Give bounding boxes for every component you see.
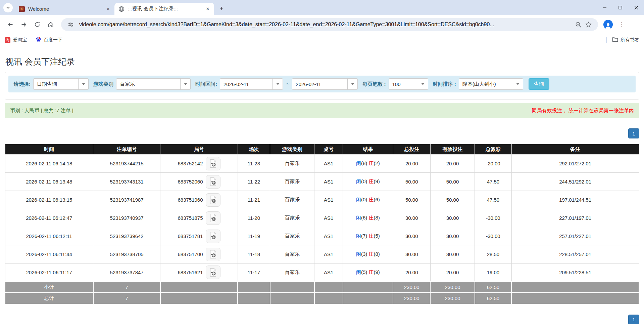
maximize-button[interactable]	[612, 0, 628, 15]
cell-result: 闲(5) 庄(9)	[343, 264, 393, 282]
new-tab-button[interactable]: +	[217, 4, 226, 13]
filter-bar: 请选择: 日期查询 游戏类别 百家乐 时间区间: 2026-02-11 ~ 20…	[8, 76, 636, 92]
bookmark-taobao[interactable]: 淘 爱淘宝	[5, 37, 27, 43]
chevron-down-icon[interactable]	[347, 79, 357, 89]
back-button[interactable]	[5, 19, 16, 30]
chevron-down-icon[interactable]	[418, 79, 428, 89]
total-row-cell-3	[238, 293, 270, 304]
chevron-down-icon[interactable]	[180, 79, 190, 89]
cell-table-no: AS1	[314, 173, 343, 191]
profile-avatar[interactable]	[603, 20, 613, 29]
reload-button[interactable]	[32, 19, 43, 30]
all-bookmarks[interactable]: 所有书签	[606, 37, 639, 43]
column-header: 时间	[5, 144, 93, 155]
per-page-select[interactable]: 100	[389, 78, 428, 90]
table-row: 2026-02-11 06:11:44523193738705683751700…	[5, 245, 639, 264]
chevron-down-icon[interactable]	[78, 79, 88, 89]
column-header: 桌号	[314, 144, 343, 155]
banker-result: 庄	[368, 160, 374, 166]
column-header: 局号	[160, 144, 238, 155]
banker-result: 庄	[368, 269, 374, 275]
video-replay-button[interactable]	[206, 230, 220, 243]
chevron-down-icon[interactable]	[273, 79, 283, 89]
round-number: 683751960	[178, 197, 203, 203]
forward-icon	[20, 21, 27, 28]
video-replay-button[interactable]	[206, 248, 220, 261]
bookmark-star-icon[interactable]	[583, 19, 593, 30]
query-type-select[interactable]: 日期查询	[33, 78, 89, 90]
valid-bet-notice: 同局有效投注， 统一计算在该局第一张注单内	[532, 108, 634, 114]
column-header: 游戏类别	[270, 144, 314, 155]
cell-game-kind: 百家乐	[270, 245, 314, 264]
home-button[interactable]	[45, 19, 56, 30]
player-result: 闲	[356, 269, 361, 275]
tab-title: Welcome	[28, 6, 105, 12]
table-row: 2026-02-11 06:11:17523193737847683751621…	[5, 264, 639, 282]
search-button[interactable]: 查询	[529, 78, 549, 90]
close-icon[interactable]: ✕	[105, 6, 111, 12]
tab-search-button[interactable]	[3, 3, 13, 12]
player-result: 闲	[356, 251, 361, 257]
person-icon	[604, 22, 612, 29]
chevron-down-icon	[6, 6, 10, 9]
cell-bet-id: 523193740937	[93, 209, 160, 227]
video-replay-button[interactable]	[206, 193, 220, 207]
zoom-out-icon[interactable]	[573, 19, 583, 30]
subtotal-row-cell-4	[270, 282, 314, 293]
cell-remark: 292.01/272.01	[511, 155, 639, 173]
cell-payout: -20.00	[475, 155, 512, 173]
cell-game-kind: 百家乐	[270, 264, 314, 282]
menu-kebab-icon[interactable]: ⋮	[617, 19, 626, 30]
cell-bet-id: 523193737847	[93, 264, 160, 282]
cell-round: 683751960	[160, 191, 238, 209]
page-1-button[interactable]: 1	[628, 315, 639, 324]
cell-game-kind: 百家乐	[270, 173, 314, 191]
cell-game-kind: 百家乐	[270, 191, 314, 209]
bookmark-baidu[interactable]: 百度一下	[36, 37, 62, 43]
bookmarks-bar: 淘 爱淘宝 百度一下 所有书签	[0, 34, 644, 46]
date-end-picker[interactable]: 2026-02-11	[292, 78, 358, 90]
globe-icon	[118, 6, 125, 12]
separator	[606, 37, 607, 43]
cell-table-no: AS1	[314, 227, 343, 245]
page-1-button[interactable]: 1	[628, 128, 639, 138]
cell-total-bet: 30.00	[393, 245, 430, 264]
url-text[interactable]: videoie.com/game/betrecord_search/kind3?…	[79, 22, 573, 28]
home-icon	[47, 21, 54, 28]
minimize-button[interactable]	[597, 0, 612, 15]
total-row-cell-5	[314, 293, 343, 304]
cell-round: 683751621	[160, 264, 238, 282]
video-replay-button[interactable]	[206, 157, 220, 170]
address-bar[interactable]: videoie.com/game/betrecord_search/kind3?…	[61, 18, 598, 31]
site-settings-icon[interactable]	[66, 19, 76, 30]
game-kind-label: 游戏类别	[93, 81, 113, 87]
sort-select[interactable]: 降幂(由大到小)	[459, 78, 523, 90]
cell-round: 683752142	[160, 155, 238, 173]
total-row-cell-6	[343, 293, 393, 304]
cell-session: 11-21	[238, 191, 270, 209]
player-result: 闲	[356, 233, 361, 239]
close-window-button[interactable]	[628, 0, 644, 15]
date-start-picker[interactable]: 2026-02-11	[220, 78, 283, 90]
game-kind-select[interactable]: 百家乐	[116, 78, 191, 90]
casino-favicon: ♠	[19, 6, 25, 12]
close-icon[interactable]: ✕	[205, 6, 211, 12]
column-header: 场次	[238, 144, 270, 155]
video-replay-button[interactable]	[206, 175, 220, 189]
cell-round: 683751781	[160, 227, 238, 245]
column-header: 结果	[343, 144, 393, 155]
table-row: 2026-02-11 06:13:15523193741987683751960…	[5, 191, 639, 209]
round-number: 683752142	[178, 161, 203, 166]
date-end-value: 2026-02-11	[292, 79, 347, 89]
video-replay-button[interactable]	[206, 266, 220, 279]
chevron-down-icon[interactable]	[513, 79, 523, 89]
video-replay-button[interactable]	[206, 211, 220, 225]
forward-button[interactable]	[18, 19, 30, 30]
cell-table-no: AS1	[314, 191, 343, 209]
player-result: 闲	[356, 197, 361, 202]
tab-betrecord[interactable]: :::视讯 会员下注纪录::: ✕	[114, 3, 214, 15]
cell-bet-id: 523193739642	[93, 227, 160, 245]
cell-payout: 28.50	[475, 245, 512, 264]
cell-total-bet: 30.00	[393, 209, 430, 227]
tab-welcome[interactable]: ♠ Welcome ✕	[15, 3, 114, 15]
